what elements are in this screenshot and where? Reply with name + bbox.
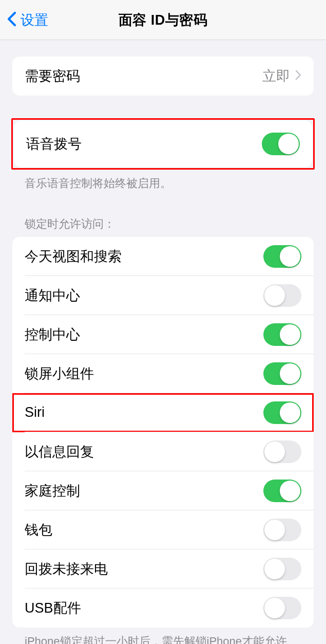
lock-access-label: 家庭控制 [25, 482, 80, 500]
content: 需要密码 立即 语音拨号 音乐语音控制将始终被启用。 锁定时允许访问： 今天视图… [0, 40, 326, 644]
require-passcode-label: 需要密码 [25, 67, 80, 85]
lock-access-footer: iPhone锁定超过一小时后，需先解锁iPhone才能允许USB配件连接。 [0, 628, 326, 644]
page-title: 面容 ID与密码 [119, 11, 208, 29]
lock-access-row: 控制中心 [12, 315, 314, 354]
lock-access-row: 回拨未接来电 [12, 549, 314, 588]
lock-access-label: USB配件 [25, 599, 81, 617]
lock-access-toggle[interactable] [263, 362, 301, 385]
back-label: 设置 [21, 11, 48, 29]
lock-access-toggle[interactable] [263, 323, 301, 346]
lock-access-header: 锁定时允许访问： [0, 216, 326, 237]
lock-access-label: Siri [25, 404, 45, 420]
lock-access-toggle[interactable] [263, 519, 301, 541]
lock-access-label: 通知中心 [25, 286, 80, 305]
require-passcode-group: 需要密码 立即 [12, 57, 314, 96]
lock-access-label: 钱包 [25, 521, 52, 539]
lock-access-row: 家庭控制 [12, 471, 314, 510]
require-passcode-row[interactable]: 需要密码 立即 [12, 57, 314, 96]
lock-access-row: USB配件 [12, 588, 314, 628]
lock-access-label: 控制中心 [25, 325, 80, 344]
lock-access-label: 锁屏小组件 [25, 364, 94, 383]
lock-access-toggle[interactable] [263, 284, 301, 307]
lock-access-toggle[interactable] [263, 440, 301, 463]
voice-dial-row: 语音拨号 [14, 121, 312, 167]
voice-dial-label: 语音拨号 [26, 135, 82, 153]
voice-dial-footer: 音乐语音控制将始终被启用。 [0, 170, 326, 192]
lock-access-row: 今天视图和搜索 [12, 237, 314, 276]
lock-access-row: 锁屏小组件 [12, 354, 314, 393]
voice-dial-toggle[interactable] [262, 133, 300, 155]
lock-access-toggle[interactable] [263, 558, 301, 580]
lock-access-group: 今天视图和搜索通知中心控制中心锁屏小组件Siri以信息回复家庭控制钱包回拨未接来… [12, 237, 314, 628]
lock-access-label: 今天视图和搜索 [25, 247, 122, 266]
back-button[interactable]: 设置 [0, 11, 48, 29]
highlight-voice-dial: 语音拨号 [11, 118, 315, 170]
highlight-lock-access-row: Siri [12, 393, 314, 432]
voice-dial-group: 语音拨号 [14, 121, 312, 167]
lock-access-row: 通知中心 [12, 276, 314, 315]
chevron-left-icon [7, 11, 16, 29]
lock-access-row: 钱包 [12, 510, 314, 549]
lock-access-label: 以信息回复 [25, 443, 94, 461]
lock-access-toggle[interactable] [263, 597, 301, 619]
lock-access-row: 以信息回复 [12, 432, 314, 471]
chevron-right-icon [295, 70, 301, 82]
require-passcode-value: 立即 [262, 67, 290, 85]
lock-access-toggle[interactable] [263, 480, 301, 502]
lock-access-toggle[interactable] [263, 245, 301, 268]
lock-access-toggle[interactable] [263, 401, 301, 424]
lock-access-label: 回拨未接来电 [25, 560, 108, 578]
nav-header: 设置 面容 ID与密码 [0, 0, 326, 40]
